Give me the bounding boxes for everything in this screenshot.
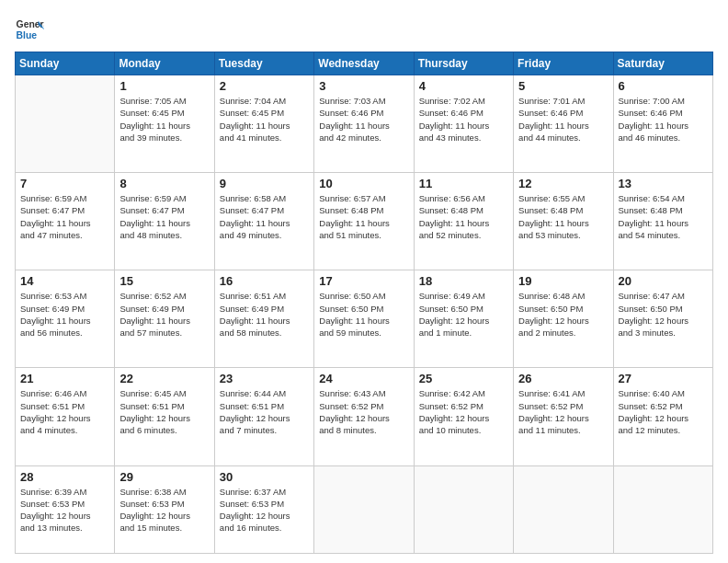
calendar-week-row: 1Sunrise: 7:05 AM Sunset: 6:45 PM Daylig… bbox=[16, 75, 713, 173]
calendar-cell: 10Sunrise: 6:57 AM Sunset: 6:48 PM Dayli… bbox=[314, 173, 414, 270]
day-number: 11 bbox=[419, 177, 508, 190]
day-number: 9 bbox=[220, 177, 309, 190]
calendar-cell: 8Sunrise: 6:59 AM Sunset: 6:47 PM Daylig… bbox=[115, 173, 214, 270]
day-info: Sunrise: 6:55 AM Sunset: 6:48 PM Dayligh… bbox=[518, 192, 608, 241]
calendar-cell: 19Sunrise: 6:48 AM Sunset: 6:50 PM Dayli… bbox=[514, 270, 613, 368]
day-number: 23 bbox=[220, 372, 309, 385]
day-number: 15 bbox=[119, 274, 209, 288]
day-number: 19 bbox=[518, 274, 608, 288]
calendar-cell: 29Sunrise: 6:38 AM Sunset: 6:53 PM Dayli… bbox=[115, 465, 214, 554]
weekday-header-thursday: Thursday bbox=[414, 52, 513, 75]
day-info: Sunrise: 6:41 AM Sunset: 6:52 PM Dayligh… bbox=[518, 387, 608, 436]
weekday-header-row: SundayMondayTuesdayWednesdayThursdayFrid… bbox=[16, 52, 713, 75]
day-number: 26 bbox=[518, 372, 608, 385]
day-number: 14 bbox=[20, 274, 109, 288]
svg-text:Blue: Blue bbox=[17, 30, 38, 40]
calendar-cell: 7Sunrise: 6:59 AM Sunset: 6:47 PM Daylig… bbox=[16, 173, 115, 270]
day-info: Sunrise: 6:54 AM Sunset: 6:48 PM Dayligh… bbox=[619, 192, 708, 241]
calendar-week-row: 28Sunrise: 6:39 AM Sunset: 6:53 PM Dayli… bbox=[16, 465, 713, 554]
day-number: 5 bbox=[518, 79, 608, 93]
calendar-cell: 24Sunrise: 6:43 AM Sunset: 6:52 PM Dayli… bbox=[314, 368, 414, 465]
calendar-cell: 26Sunrise: 6:41 AM Sunset: 6:52 PM Dayli… bbox=[514, 368, 613, 465]
day-number: 4 bbox=[419, 79, 508, 93]
weekday-header-wednesday: Wednesday bbox=[314, 52, 414, 75]
day-info: Sunrise: 6:52 AM Sunset: 6:49 PM Dayligh… bbox=[119, 290, 209, 339]
day-info: Sunrise: 6:59 AM Sunset: 6:47 PM Dayligh… bbox=[119, 192, 209, 241]
day-info: Sunrise: 6:45 AM Sunset: 6:51 PM Dayligh… bbox=[119, 387, 209, 436]
calendar-week-row: 14Sunrise: 6:53 AM Sunset: 6:49 PM Dayli… bbox=[16, 270, 713, 368]
calendar-cell: 20Sunrise: 6:47 AM Sunset: 6:50 PM Dayli… bbox=[613, 270, 712, 368]
calendar-cell bbox=[514, 465, 613, 554]
calendar-cell bbox=[314, 465, 414, 554]
day-number: 29 bbox=[119, 470, 209, 484]
day-info: Sunrise: 6:43 AM Sunset: 6:52 PM Dayligh… bbox=[319, 387, 408, 436]
calendar-cell: 6Sunrise: 7:00 AM Sunset: 6:46 PM Daylig… bbox=[613, 75, 712, 173]
day-number: 2 bbox=[220, 79, 309, 93]
calendar-cell: 25Sunrise: 6:42 AM Sunset: 6:52 PM Dayli… bbox=[414, 368, 513, 465]
calendar-cell: 11Sunrise: 6:56 AM Sunset: 6:48 PM Dayli… bbox=[414, 173, 513, 270]
calendar-cell: 28Sunrise: 6:39 AM Sunset: 6:53 PM Dayli… bbox=[16, 465, 115, 554]
weekday-header-saturday: Saturday bbox=[613, 52, 712, 75]
calendar-cell: 9Sunrise: 6:58 AM Sunset: 6:47 PM Daylig… bbox=[214, 173, 313, 270]
day-info: Sunrise: 7:02 AM Sunset: 6:46 PM Dayligh… bbox=[419, 95, 508, 144]
calendar-cell: 12Sunrise: 6:55 AM Sunset: 6:48 PM Dayli… bbox=[514, 173, 613, 270]
day-info: Sunrise: 6:58 AM Sunset: 6:47 PM Dayligh… bbox=[220, 192, 309, 241]
day-number: 12 bbox=[518, 177, 608, 190]
calendar-cell: 22Sunrise: 6:45 AM Sunset: 6:51 PM Dayli… bbox=[115, 368, 214, 465]
day-info: Sunrise: 7:05 AM Sunset: 6:45 PM Dayligh… bbox=[119, 95, 209, 144]
day-number: 25 bbox=[419, 372, 508, 385]
calendar-cell: 16Sunrise: 6:51 AM Sunset: 6:49 PM Dayli… bbox=[214, 270, 313, 368]
calendar-cell: 13Sunrise: 6:54 AM Sunset: 6:48 PM Dayli… bbox=[613, 173, 712, 270]
day-info: Sunrise: 6:46 AM Sunset: 6:51 PM Dayligh… bbox=[20, 387, 109, 436]
weekday-header-tuesday: Tuesday bbox=[214, 52, 313, 75]
calendar-cell: 5Sunrise: 7:01 AM Sunset: 6:46 PM Daylig… bbox=[514, 75, 613, 173]
calendar-cell: 14Sunrise: 6:53 AM Sunset: 6:49 PM Dayli… bbox=[16, 270, 115, 368]
day-info: Sunrise: 7:00 AM Sunset: 6:46 PM Dayligh… bbox=[619, 95, 708, 144]
calendar-cell bbox=[16, 75, 115, 173]
header: General Blue bbox=[15, 15, 713, 44]
day-number: 16 bbox=[220, 274, 309, 288]
day-number: 24 bbox=[319, 372, 408, 385]
calendar-cell: 30Sunrise: 6:37 AM Sunset: 6:53 PM Dayli… bbox=[214, 465, 313, 554]
day-info: Sunrise: 6:40 AM Sunset: 6:52 PM Dayligh… bbox=[619, 387, 708, 436]
weekday-header-friday: Friday bbox=[514, 52, 613, 75]
day-number: 22 bbox=[119, 372, 209, 385]
calendar-cell: 18Sunrise: 6:49 AM Sunset: 6:50 PM Dayli… bbox=[414, 270, 513, 368]
day-number: 18 bbox=[419, 274, 508, 288]
day-info: Sunrise: 7:03 AM Sunset: 6:46 PM Dayligh… bbox=[319, 95, 408, 144]
day-info: Sunrise: 6:53 AM Sunset: 6:49 PM Dayligh… bbox=[20, 290, 109, 339]
day-number: 8 bbox=[119, 177, 209, 190]
day-number: 6 bbox=[619, 79, 708, 93]
calendar-week-row: 7Sunrise: 6:59 AM Sunset: 6:47 PM Daylig… bbox=[16, 173, 713, 270]
calendar-week-row: 21Sunrise: 6:46 AM Sunset: 6:51 PM Dayli… bbox=[16, 368, 713, 465]
day-info: Sunrise: 6:37 AM Sunset: 6:53 PM Dayligh… bbox=[220, 486, 309, 534]
calendar-cell: 2Sunrise: 7:04 AM Sunset: 6:45 PM Daylig… bbox=[214, 75, 313, 173]
page: General Blue SundayMondayTuesdayWednesda… bbox=[0, 0, 728, 563]
day-number: 20 bbox=[619, 274, 708, 288]
day-info: Sunrise: 6:49 AM Sunset: 6:50 PM Dayligh… bbox=[419, 290, 508, 339]
logo: General Blue bbox=[15, 15, 44, 44]
calendar-cell bbox=[414, 465, 513, 554]
day-info: Sunrise: 6:57 AM Sunset: 6:48 PM Dayligh… bbox=[319, 192, 408, 241]
calendar-table: SundayMondayTuesdayWednesdayThursdayFrid… bbox=[15, 52, 713, 554]
calendar-cell: 23Sunrise: 6:44 AM Sunset: 6:51 PM Dayli… bbox=[214, 368, 313, 465]
weekday-header-monday: Monday bbox=[115, 52, 214, 75]
day-info: Sunrise: 7:01 AM Sunset: 6:46 PM Dayligh… bbox=[518, 95, 608, 144]
day-number: 27 bbox=[619, 372, 708, 385]
day-info: Sunrise: 6:39 AM Sunset: 6:53 PM Dayligh… bbox=[20, 486, 109, 534]
day-info: Sunrise: 7:04 AM Sunset: 6:45 PM Dayligh… bbox=[220, 95, 309, 144]
day-info: Sunrise: 6:38 AM Sunset: 6:53 PM Dayligh… bbox=[119, 486, 209, 534]
day-number: 28 bbox=[20, 470, 109, 484]
calendar-cell: 21Sunrise: 6:46 AM Sunset: 6:51 PM Dayli… bbox=[16, 368, 115, 465]
day-number: 30 bbox=[220, 470, 309, 484]
day-number: 13 bbox=[619, 177, 708, 190]
day-number: 1 bbox=[119, 79, 209, 93]
day-info: Sunrise: 6:50 AM Sunset: 6:50 PM Dayligh… bbox=[319, 290, 408, 339]
day-info: Sunrise: 6:59 AM Sunset: 6:47 PM Dayligh… bbox=[20, 192, 109, 241]
day-number: 21 bbox=[20, 372, 109, 385]
day-number: 10 bbox=[319, 177, 408, 190]
calendar-cell bbox=[613, 465, 712, 554]
day-info: Sunrise: 6:47 AM Sunset: 6:50 PM Dayligh… bbox=[619, 290, 708, 339]
day-info: Sunrise: 6:51 AM Sunset: 6:49 PM Dayligh… bbox=[220, 290, 309, 339]
day-number: 7 bbox=[20, 177, 109, 190]
